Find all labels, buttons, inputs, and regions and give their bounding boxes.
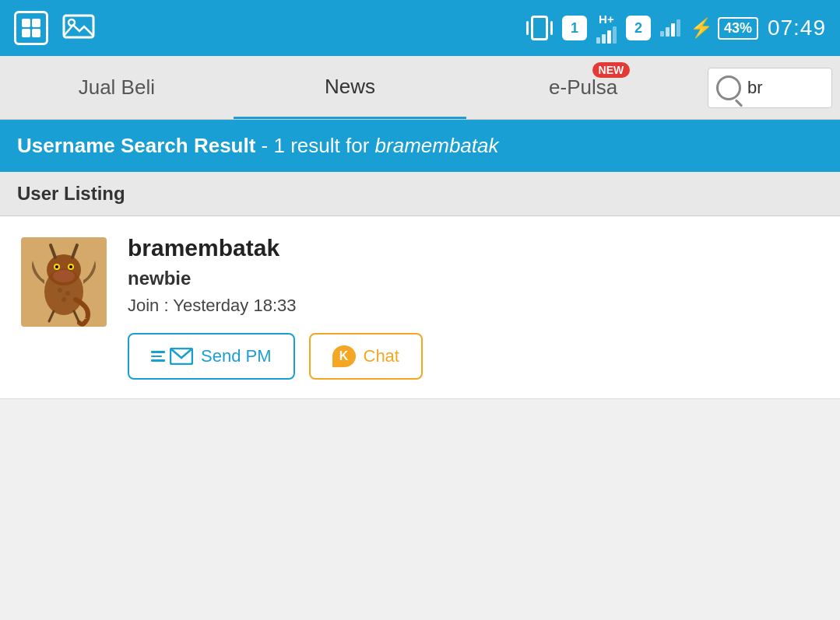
search-icon bbox=[716, 75, 741, 100]
signal-bars bbox=[660, 19, 680, 37]
join-date: Join : Yesterday 18:33 bbox=[128, 296, 823, 316]
svg-point-18 bbox=[58, 288, 62, 292]
search-area[interactable]: br bbox=[708, 68, 832, 108]
svg-point-20 bbox=[62, 297, 66, 302]
tab-e-pulsa[interactable]: e-Pulsa NEW bbox=[466, 56, 700, 119]
sim1-badge: 1 bbox=[562, 16, 587, 40]
search-input-text: br bbox=[747, 78, 763, 98]
chat-button[interactable]: K Chat bbox=[309, 333, 423, 380]
svg-rect-3 bbox=[32, 29, 40, 37]
status-bar: 1 H+ 2 ⚡ 43% 07:49 bbox=[0, 0, 840, 56]
hplus-signal: H+ bbox=[596, 13, 617, 44]
new-badge: NEW bbox=[592, 62, 631, 78]
tab-jual-beli[interactable]: Jual Beli bbox=[0, 56, 234, 119]
user-info: bramembatak newbie Join : Yesterday 18:3… bbox=[128, 235, 823, 380]
envelope-icon bbox=[170, 348, 193, 365]
battery-block: ⚡ 43% bbox=[690, 17, 758, 40]
user-listing-header: User Listing bbox=[0, 172, 840, 216]
nav-tabs: Jual Beli News e-Pulsa NEW br bbox=[0, 56, 840, 120]
status-time: 07:49 bbox=[768, 16, 826, 40]
user-card: bramembatak newbie Join : Yesterday 18:3… bbox=[0, 216, 840, 399]
send-pm-label: Send PM bbox=[201, 346, 272, 366]
status-bar-right: 1 H+ 2 ⚡ 43% 07:49 bbox=[526, 13, 826, 44]
send-pm-button[interactable]: Send PM bbox=[128, 333, 295, 380]
user-role: newbie bbox=[128, 268, 823, 289]
chat-label: Chat bbox=[364, 346, 399, 366]
chat-icon: K bbox=[332, 345, 356, 367]
send-pm-icon bbox=[151, 348, 193, 365]
tab-news[interactable]: News bbox=[234, 56, 467, 119]
svg-point-19 bbox=[65, 291, 70, 296]
search-result-banner: Username Search Result - 1 result for br… bbox=[0, 120, 840, 172]
svg-point-9 bbox=[53, 270, 75, 282]
blackberry-icon bbox=[14, 11, 48, 45]
svg-rect-2 bbox=[22, 29, 30, 37]
result-banner-text: Username Search Result - 1 result for br… bbox=[17, 134, 499, 158]
avatar bbox=[17, 235, 111, 328]
lightning-icon: ⚡ bbox=[690, 17, 713, 39]
svg-rect-1 bbox=[32, 19, 40, 27]
svg-rect-0 bbox=[22, 19, 30, 27]
svg-point-13 bbox=[69, 265, 72, 268]
status-bar-left bbox=[14, 11, 95, 45]
action-buttons: Send PM K Chat bbox=[128, 333, 823, 380]
battery-percentage: 43% bbox=[718, 17, 758, 40]
svg-point-11 bbox=[55, 265, 58, 268]
gallery-icon bbox=[62, 12, 95, 44]
username: bramembatak bbox=[128, 235, 823, 261]
vibrate-icon bbox=[526, 16, 553, 40]
speed-lines-icon bbox=[151, 351, 165, 362]
sim2-badge: 2 bbox=[626, 16, 651, 40]
svg-rect-4 bbox=[64, 16, 93, 37]
